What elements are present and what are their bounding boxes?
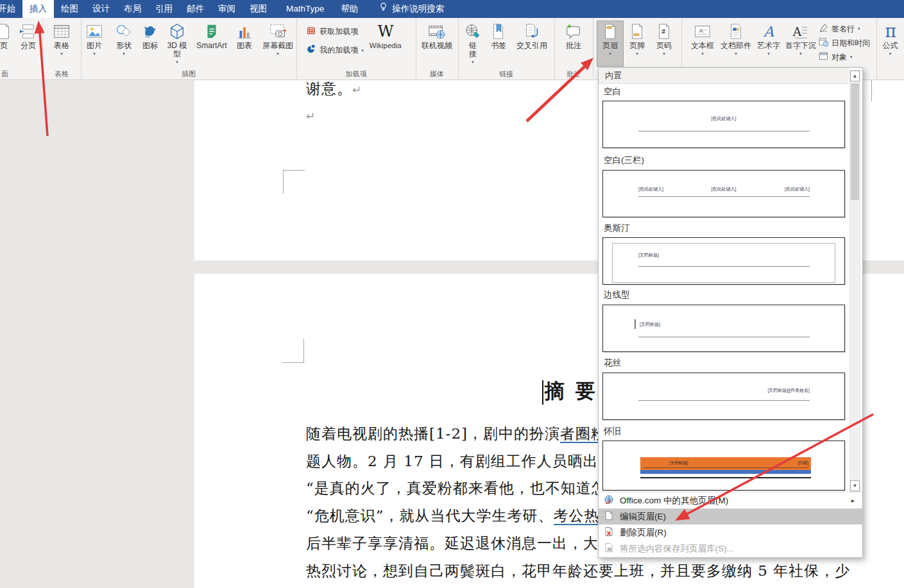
- store-icon: [306, 26, 316, 38]
- ribbon-group-media: 联机视频 媒体: [416, 18, 459, 79]
- tab-references[interactable]: 引用: [148, 0, 180, 18]
- ribbon-group-links: 链接 ▾ 书签 交叉引用 链接: [458, 18, 555, 79]
- cross-reference-button[interactable]: 交叉引用: [513, 21, 551, 66]
- tab-view[interactable]: 视图: [243, 0, 274, 18]
- equation-button[interactable]: π 公式 ▾: [878, 21, 903, 66]
- document-line: 热烈讨论，想到自己两鬓斑白，花甲年龄还要上班，并且要多缴纳 5 年社保，少: [306, 561, 850, 581]
- tell-me-search[interactable]: 操作说明搜索: [371, 0, 451, 18]
- online-video-button[interactable]: 联机视频: [419, 21, 455, 66]
- text-boundary-mark: [283, 170, 305, 171]
- page-break-button[interactable]: 分页: [17, 21, 40, 66]
- object-icon: [819, 51, 828, 63]
- icons-button[interactable]: 图标: [139, 21, 161, 66]
- smartart-button[interactable]: SmartArt: [193, 21, 230, 66]
- gallery-scrollbar[interactable]: ▲ ▼: [849, 70, 860, 492]
- comment-icon: [565, 21, 583, 42]
- ribbon-group-illustrations: 图片 ▾ 形状 ▾ 图标 3D 模型 ▾ SmartArt: [81, 18, 297, 79]
- tab-mathtype[interactable]: MathType: [279, 0, 331, 18]
- text-box-button[interactable]: A 文本框 ▾: [688, 21, 717, 66]
- gallery-item-name: 怀旧: [604, 426, 621, 437]
- ribbon-group-comments: 批注 批注: [554, 18, 593, 79]
- my-add-ins-button[interactable]: 我的加载项 ▾: [306, 44, 364, 56]
- retrospect-orange-band: [文档标题] [日期]: [640, 457, 811, 470]
- 3d-model-button[interactable]: 3D 模型 ▾: [162, 21, 192, 66]
- cross-reference-icon: [523, 21, 541, 42]
- menu-item-more-headers-from-office[interactable]: Office.com 中的其他页眉(M) ▸: [599, 492, 862, 508]
- tab-home[interactable]: 开始: [0, 0, 22, 18]
- text-box-icon: A: [694, 21, 712, 42]
- menu-item-remove-header[interactable]: 删除页眉(R): [599, 525, 862, 541]
- document-line: 题人物。2 月 17 日，有剧组工作人员晒出了: [306, 451, 614, 471]
- scroll-up-button[interactable]: ▲: [850, 71, 860, 81]
- signature-icon: [819, 23, 828, 35]
- signature-line-button[interactable]: 签名行 ▾: [819, 23, 870, 35]
- table-button[interactable]: 表格 ▾: [50, 21, 73, 66]
- wikipedia-icon: W: [376, 21, 395, 42]
- shapes-button[interactable]: 形状 ▾: [110, 21, 138, 66]
- ribbon-group-pages: 页 分页 面: [0, 18, 43, 79]
- document-line: 随着电视剧的热播[1-2]，剧中的扮演者圈粉: [306, 424, 606, 444]
- smartart-icon: [203, 21, 221, 42]
- svg-text:A: A: [763, 23, 774, 40]
- document-line: 谢意。↵: [306, 79, 361, 99]
- scroll-down-button[interactable]: ▼: [850, 480, 860, 491]
- chart-icon: [235, 21, 253, 42]
- online-video-icon: [428, 21, 446, 42]
- submenu-arrow-icon: ▸: [851, 497, 855, 504]
- get-add-ins-button[interactable]: 获取加载项: [306, 26, 364, 38]
- save-to-gallery-icon: [604, 542, 614, 555]
- ribbon-group-symbols: π 公式 ▾: [876, 18, 904, 79]
- ribbon-group-tables: 表格 ▾ 表格: [42, 18, 81, 79]
- chart-button[interactable]: 图表: [232, 21, 257, 66]
- link-icon: [464, 21, 482, 42]
- scrollbar-thumb[interactable]: [851, 83, 859, 200]
- text-boundary-mark: [871, 80, 872, 101]
- shapes-icon: [115, 21, 133, 42]
- ribbon-tab-bar: 开始 插入 绘图 设计 布局 引用 邮件 审阅 视图 MathType 帮助 操…: [0, 0, 904, 18]
- footer-button[interactable]: 页脚 ▾: [624, 21, 650, 66]
- retrospect-blue-band: [640, 470, 811, 474]
- page-icon: [0, 21, 13, 42]
- paragraph-mark: ↵: [352, 83, 361, 96]
- page-number-button[interactable]: # 页码 ▾: [651, 21, 677, 66]
- tab-mailings[interactable]: 邮件: [180, 0, 211, 18]
- gallery-item-retrospect[interactable]: [文档标题] [日期]: [602, 441, 845, 491]
- word-application-window: 开始 插入 绘图 设计 布局 引用 邮件 审阅 视图 MathType 帮助 操…: [0, 0, 904, 588]
- quick-parts-button[interactable]: 文档部件 ▾: [719, 21, 753, 66]
- gallery-item-austin[interactable]: [文档标题]: [602, 237, 845, 285]
- object-button[interactable]: 对象 ▾: [819, 51, 870, 63]
- svg-text:π: π: [885, 22, 896, 41]
- tab-draw[interactable]: 绘图: [54, 0, 85, 18]
- date-time-icon: [819, 37, 828, 49]
- header-button[interactable]: 页眉 ▾: [597, 21, 623, 66]
- link-button[interactable]: 链接 ▾: [461, 21, 484, 66]
- blank-page-button[interactable]: 页: [0, 21, 15, 66]
- bookmark-button[interactable]: 书签: [486, 21, 511, 66]
- menu-item-save-selection-to-header-gallery: 将所选内容保存到页眉库(S)...: [599, 541, 862, 557]
- screenshot-icon: [269, 21, 287, 42]
- gallery-item-sideline[interactable]: [文档标题]: [602, 305, 845, 352]
- quick-parts-icon: [727, 21, 745, 42]
- tab-design[interactable]: 设计: [85, 0, 117, 18]
- office-globe-icon: [604, 494, 614, 507]
- tab-insert[interactable]: 插入: [22, 0, 54, 18]
- text-boundary-mark: [283, 362, 304, 363]
- drop-cap-button[interactable]: A 首字下沉 ▾: [784, 21, 817, 66]
- tab-help[interactable]: 帮助: [334, 0, 365, 18]
- document-line: 后半辈子享享清福。延迟退休消息一出，大家: [306, 533, 614, 553]
- comment-button[interactable]: 批注: [562, 21, 585, 66]
- wordart-button[interactable]: A 艺术字 ▾: [755, 21, 783, 66]
- date-time-button[interactable]: 日期和时间: [819, 37, 870, 49]
- gallery-item-name: 花丝: [604, 357, 621, 369]
- lightbulb-icon: [379, 0, 388, 18]
- wikipedia-button[interactable]: W Wikipedia: [365, 21, 406, 66]
- menu-item-edit-header[interactable]: 编辑页眉(E): [599, 508, 862, 525]
- tab-layout[interactable]: 布局: [117, 0, 148, 18]
- gallery-item-blank[interactable]: [在此处键入]: [602, 101, 845, 148]
- screenshot-button[interactable]: 屏幕截图 ▾: [259, 21, 297, 66]
- gallery-item-blank-three-columns[interactable]: [在此处键入] [在此处键入] [在此处键入]: [602, 170, 845, 217]
- gallery-item-filigree[interactable]: [文档标题]|[作者姓名]: [602, 373, 845, 420]
- tab-review[interactable]: 审阅: [211, 0, 243, 18]
- picture-button[interactable]: 图片 ▾: [80, 21, 108, 66]
- bookmark-icon: [490, 21, 507, 42]
